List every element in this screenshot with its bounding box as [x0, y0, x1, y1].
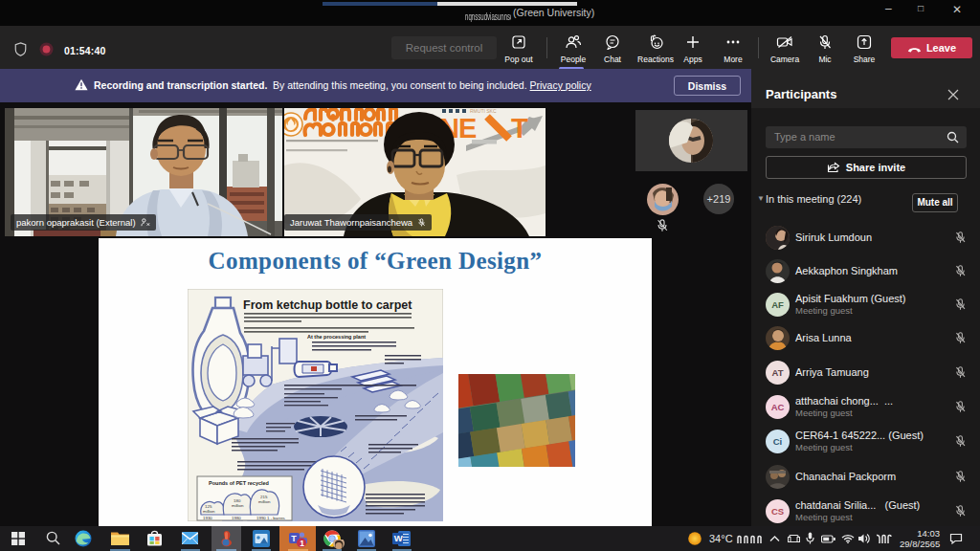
svg-text:million: million — [258, 499, 271, 504]
svg-text:1930: 1930 — [203, 516, 212, 520]
svg-text:T: T — [511, 113, 528, 143]
svg-text:million: million — [203, 509, 215, 514]
svg-text:1: 1 — [300, 539, 304, 547]
svg-text:million: million — [232, 503, 244, 508]
svg-text:Pounds of PET recycled: Pounds of PET recycled — [209, 480, 269, 486]
svg-text:From ketchup bottle to carpet: From ketchup bottle to carpet — [243, 298, 412, 312]
svg-text:T: T — [291, 534, 297, 543]
svg-text:1990 1 - barres: 1990 1 - barres — [256, 516, 286, 520]
svg-text:1980: 1980 — [232, 516, 241, 520]
svg-text:At the processing plant: At the processing plant — [307, 334, 366, 340]
svg-text:W: W — [394, 533, 403, 543]
